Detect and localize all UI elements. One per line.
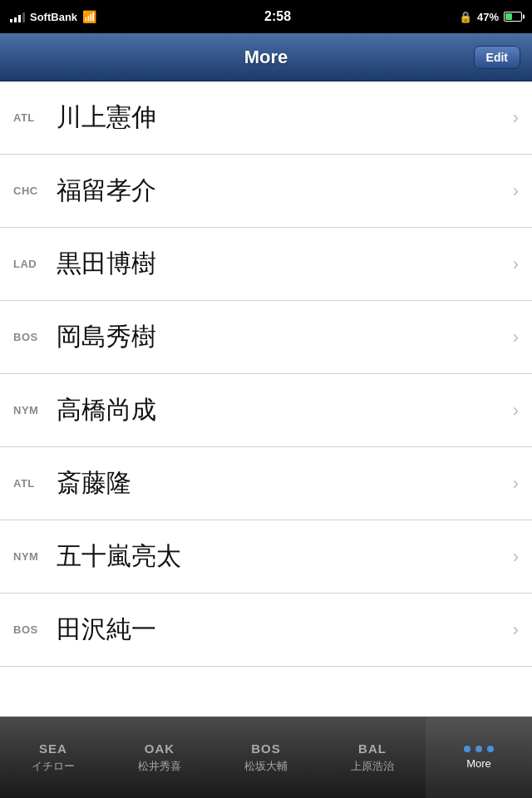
player-name: 黒田博樹 [50,247,513,281]
tab-sea-top: SEA [39,741,67,756]
player-list: ATL 川上憲伸 › CHC 福留孝介 › LAD 黒田博樹 › BOS 岡島秀… [0,81,532,765]
team-tag: ATL [13,111,50,124]
tab-more-label: More [466,757,491,770]
tab-bal-bottom: 上原浩治 [351,759,394,774]
battery-icon [504,12,522,22]
team-tag: BOS [13,623,50,636]
team-tag: NYM [13,550,50,563]
carrier-label: SoftBank [30,11,77,23]
tab-bos-top: BOS [251,741,281,756]
tab-sea-bottom: イチロー [32,759,75,774]
chevron-icon: › [513,254,519,275]
status-bar: SoftBank 📶 2:58 🔒 47% [0,0,532,33]
team-tag: ATL [13,477,50,490]
nav-title: More [244,47,288,68]
signal-icon [10,11,25,22]
player-row[interactable]: BOS 田沢純一 › [0,594,532,667]
chevron-icon: › [513,107,519,129]
chevron-icon: › [513,473,519,495]
battery-pct-label: 47% [477,11,499,23]
player-row[interactable]: ATL 斎藤隆 › [0,447,532,520]
player-name: 斎藤隆 [50,466,513,500]
chevron-icon: › [513,546,519,568]
player-name: 福留孝介 [50,174,513,208]
team-tag: BOS [13,331,50,343]
team-tag: LAD [13,258,50,270]
edit-button[interactable]: Edit [474,46,520,69]
player-name: 川上憲伸 [50,101,513,135]
status-right: 🔒 47% [459,11,522,23]
chevron-icon: › [513,180,519,202]
chevron-icon: › [513,400,519,421]
player-row[interactable]: CHC 福留孝介 › [0,155,532,228]
tab-oak-bottom: 松井秀喜 [138,759,181,774]
tab-bal[interactable]: BAL 上原浩治 [319,717,426,798]
more-dots-icon [464,746,494,752]
chevron-icon: › [513,327,519,348]
player-row[interactable]: LAD 黒田博樹 › [0,228,532,301]
tab-more[interactable]: More [426,717,532,798]
tab-bar: SEA イチロー OAK 松井秀喜 BOS 松坂大輔 BAL 上原浩治 More [0,717,532,798]
player-row[interactable]: BOS 岡島秀樹 › [0,301,532,374]
player-name: 高橋尚成 [50,393,513,427]
tab-oak[interactable]: OAK 松井秀喜 [106,717,213,798]
status-left: SoftBank 📶 [10,10,96,23]
tab-bos-bottom: 松坂大輔 [244,759,288,774]
wifi-icon: 📶 [82,10,96,23]
player-row[interactable]: ATL 川上憲伸 › [0,81,532,155]
chevron-icon: › [513,619,519,641]
player-name: 岡島秀樹 [50,320,513,354]
team-tag: NYM [13,404,50,416]
time-label: 2:58 [264,9,291,24]
tab-bos[interactable]: BOS 松坂大輔 [213,717,319,798]
player-name: 五十嵐亮太 [50,539,513,574]
tab-bal-top: BAL [358,741,387,756]
player-list-container: ATL 川上憲伸 › CHC 福留孝介 › LAD 黒田博樹 › BOS 岡島秀… [0,81,532,667]
player-row[interactable]: NYM 五十嵐亮太 › [0,520,532,594]
player-name: 田沢純一 [50,613,513,647]
tab-oak-top: OAK [145,741,175,756]
team-tag: CHC [13,185,50,197]
lock-icon: 🔒 [459,11,472,23]
nav-bar: More Edit [0,33,532,81]
player-row[interactable]: NYM 高橋尚成 › [0,374,532,447]
tab-sea[interactable]: SEA イチロー [0,717,106,798]
